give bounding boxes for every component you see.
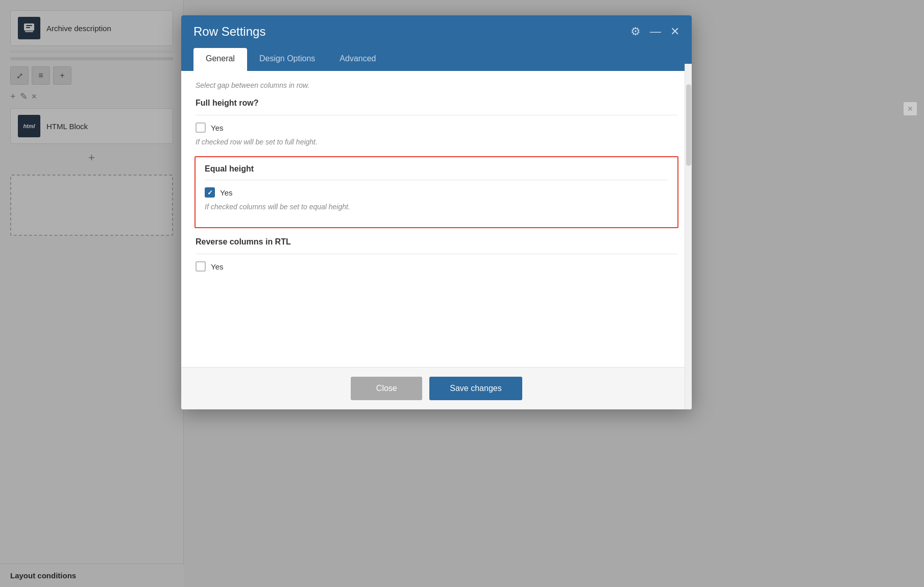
equal-height-checkbox[interactable]	[205, 187, 215, 198]
row-settings-dialog: Row Settings ⚙ — ✕ General Design Option…	[181, 15, 692, 409]
minimize-button[interactable]: —	[650, 26, 661, 37]
dialog-title: Row Settings	[193, 25, 265, 39]
full-height-helper: If checked row will be set to full heigh…	[196, 138, 677, 146]
dialog-scrollbar[interactable]	[685, 64, 692, 409]
dialog-header-actions: ⚙ — ✕	[630, 26, 679, 37]
close-button[interactable]: Close	[351, 377, 422, 400]
equal-height-helper: If checked columns will be set to equal …	[205, 203, 668, 211]
gear-button[interactable]: ⚙	[630, 26, 641, 37]
full-height-divider	[196, 115, 677, 115]
reverse-columns-divider	[196, 254, 677, 254]
reverse-columns-title: Reverse columns in RTL	[196, 237, 677, 247]
equal-height-divider	[205, 180, 668, 180]
dialog-footer: Close Save changes	[181, 367, 692, 409]
gap-helper-text: Select gap between columns in row.	[196, 81, 677, 89]
full-height-checkbox[interactable]	[196, 123, 206, 133]
close-dialog-button[interactable]: ✕	[670, 26, 679, 37]
reverse-columns-section: Reverse columns in RTL Yes	[196, 237, 677, 272]
right-edge-close[interactable]: ✕	[904, 102, 917, 115]
equal-height-checkbox-label: Yes	[220, 188, 232, 197]
dialog-tabs: General Design Options Advanced	[181, 48, 692, 71]
full-height-checkbox-label: Yes	[211, 124, 223, 132]
save-changes-button[interactable]: Save changes	[429, 377, 522, 400]
reverse-columns-checkbox-row: Yes	[196, 261, 677, 272]
reverse-columns-checkbox-label: Yes	[211, 262, 223, 271]
tab-advanced[interactable]: Advanced	[327, 48, 388, 71]
dialog-body: Select gap between columns in row. Full …	[181, 71, 692, 367]
scroll-thumb	[686, 84, 691, 166]
reverse-columns-checkbox[interactable]	[196, 261, 206, 272]
dialog-header: Row Settings ⚙ — ✕	[181, 15, 692, 48]
tab-design-options[interactable]: Design Options	[247, 48, 327, 71]
full-height-title: Full height row?	[196, 99, 677, 108]
equal-height-checkbox-row: Yes	[205, 187, 668, 198]
equal-height-section: Equal height Yes If checked columns will…	[194, 156, 678, 228]
full-height-section: Full height row? Yes If checked row will…	[196, 99, 677, 146]
equal-height-title: Equal height	[205, 164, 668, 174]
tab-general[interactable]: General	[193, 48, 247, 71]
full-height-checkbox-row: Yes	[196, 123, 677, 133]
